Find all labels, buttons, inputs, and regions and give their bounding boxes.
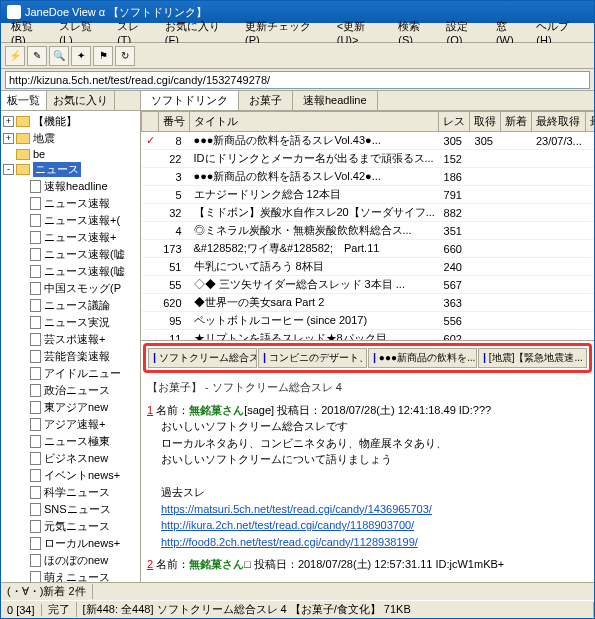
document-icon [30, 571, 41, 582]
address-bar [1, 69, 594, 91]
post-link[interactable]: http://food8.2ch.net/test/read.cgi/candy… [161, 536, 418, 548]
tree-node[interactable]: be [33, 148, 45, 160]
document-icon [30, 214, 41, 227]
column-header[interactable]: 取得 [470, 112, 501, 132]
thread-breadcrumb: 【お菓子】 - ソフトクリーム総合スレ 4 [147, 379, 588, 396]
document-icon [30, 520, 41, 533]
board-tab[interactable]: ソフトドリンク [141, 91, 239, 110]
status-new-count: (・∀・)新着 2件 [1, 584, 93, 599]
post-link[interactable]: https://matsuri.5ch.net/test/read.cgi/ca… [161, 503, 432, 515]
tool-refresh-icon[interactable]: ↻ [115, 46, 135, 66]
column-header[interactable]: 新着 [501, 112, 532, 132]
post-body: おいしいソフトクリーム総合スレですローカルネタあり、コンビニネタあり、物産展ネタ… [147, 418, 588, 550]
folder-icon [16, 149, 30, 160]
tree-toggle[interactable]: - [3, 164, 14, 175]
thread-tab[interactable]: | コンビニのデザート、... [258, 348, 367, 368]
column-header[interactable]: 番号 [159, 112, 190, 132]
tree-leaf[interactable]: ニュース速報(嘘 [44, 247, 125, 262]
tree-leaf[interactable]: ローカルnews+ [44, 536, 120, 551]
thread-viewer[interactable]: 【お菓子】 - ソフトクリーム総合スレ 4 1 名前：無銘菓さん[sage] 投… [141, 375, 594, 582]
tree-leaf[interactable]: ニュース議論 [44, 298, 110, 313]
tree-leaf[interactable]: アジア速報+ [44, 417, 105, 432]
board-tab[interactable]: 速報headline [293, 91, 378, 110]
thread-row[interactable]: 22IDにドリンクとメーカー名が出るまで頑張るス...152 [142, 150, 595, 168]
tree-leaf[interactable]: 萌えニュース [44, 570, 110, 582]
post-link[interactable]: http://ikura.2ch.net/test/read.cgi/candy… [161, 519, 414, 531]
post-number[interactable]: 1 [147, 404, 153, 416]
thread-tab[interactable]: | ●●●新商品の飲料を... [368, 348, 477, 368]
post-header: 2 名前：無銘菓さん□ 投稿日：2018/07/28(土) 12:57:31.1… [147, 556, 588, 573]
menubar: 板覧(B)スレ覧(L)スレ(T)お気に入り(F)更新チェック(P)<更新(U)>… [1, 23, 594, 43]
tree-leaf[interactable]: ニュース速報(嘘 [44, 264, 125, 279]
tree-leaf[interactable]: ほのぼのnew [44, 553, 108, 568]
tree-leaf[interactable]: 中国スモッグ(P [44, 281, 121, 296]
post-author: 無銘菓さん [189, 404, 244, 416]
document-icon [30, 231, 41, 244]
document-icon [30, 350, 41, 363]
folder-icon [16, 116, 30, 127]
document-icon [30, 469, 41, 482]
tree-leaf[interactable]: 政治ニュース [44, 383, 110, 398]
tree-leaf[interactable]: 東アジアnew [44, 400, 108, 415]
tool-lightning-icon[interactable]: ⚡ [5, 46, 25, 66]
tree-leaf[interactable]: 科学ニュース [44, 485, 110, 500]
tool-flag-icon[interactable]: ⚑ [93, 46, 113, 66]
thread-row[interactable]: ✓8●●●新商品の飲料を語るスレVol.43●...30530523/07/3.… [142, 132, 595, 150]
document-icon [30, 384, 41, 397]
column-header[interactable] [142, 112, 159, 132]
tree-leaf[interactable]: ニュース速報+ [44, 230, 116, 245]
document-icon [30, 418, 41, 431]
thread-row[interactable]: 11★リプトンを語るスレッド★8パック目602 [142, 330, 595, 342]
document-icon [30, 435, 41, 448]
board-tab[interactable]: お菓子 [239, 91, 293, 110]
thread-list[interactable]: 番号タイトルレス取得新着最終取得最終書込 ✓8●●●新商品の飲料を語るスレVol… [141, 111, 594, 341]
thread-row[interactable]: 51牛乳について語ろう 8杯目240 [142, 258, 595, 276]
tree-leaf[interactable]: 速報headline [44, 179, 108, 194]
tree-leaf[interactable]: イベントnews+ [44, 468, 120, 483]
statusbar-2: 0 [34] 完了 [新448: 全448] ソフトクリーム総合スレ 4 【お菓… [1, 600, 594, 618]
tree-leaf[interactable]: 芸スポ速報+ [44, 332, 105, 347]
tree-leaf[interactable]: ビジネスnew [44, 451, 108, 466]
thread-tab[interactable]: | [地震]【緊急地震速... [478, 348, 587, 368]
tree-leaf[interactable]: 元気ニュース [44, 519, 110, 534]
tool-sparkle-icon[interactable]: ✦ [71, 46, 91, 66]
tree-node[interactable]: ニュース [33, 162, 81, 177]
tree-leaf[interactable]: ニュース速報+( [44, 213, 120, 228]
thread-row[interactable]: 620◆世界一の美女sara Part 2363 [142, 294, 595, 312]
sidebar-tab-boards[interactable]: 板一覧 [1, 91, 47, 110]
tree-leaf[interactable]: アイドルニュー [44, 366, 121, 381]
thread-row[interactable]: 3●●●新商品の飲料を語るスレVol.42●...186 [142, 168, 595, 186]
tree-toggle[interactable]: + [3, 133, 14, 144]
tree-toggle[interactable]: + [3, 116, 14, 127]
tree-leaf[interactable]: ニュース速報 [44, 196, 110, 211]
tree-node[interactable]: 地震 [33, 131, 55, 146]
thread-row[interactable]: 55◇◆ 三ツ矢サイダー総合スレッド 3本目 ...567 [142, 276, 595, 294]
thread-row[interactable]: 4◎ミネラル炭酸水・無糖炭酸飲飲料総合ス...351 [142, 222, 595, 240]
document-icon [30, 282, 41, 295]
tree-leaf[interactable]: ニュース実況 [44, 315, 110, 330]
thread-row[interactable]: 32【ミドボン】炭酸水自作スレ20【ソーダサイフ...882 [142, 204, 595, 222]
thread-row[interactable]: 95ペットボトルコーヒー (since 2017)556 [142, 312, 595, 330]
thread-row[interactable]: 5エナジードリンク総合 12本目791 [142, 186, 595, 204]
tree-leaf[interactable]: SNSニュース [44, 502, 111, 517]
tool-pencil-icon[interactable]: ✎ [27, 46, 47, 66]
column-header[interactable]: タイトル [190, 112, 439, 132]
thread-row[interactable]: 173&#128582;ワイ専&#128582; Part.11660 [142, 240, 595, 258]
sidebar-tab-favorites[interactable]: お気に入り [47, 91, 115, 110]
thread-tab[interactable]: | ソフトクリーム総合ス... [148, 348, 257, 368]
address-input[interactable] [5, 71, 590, 89]
tree-node[interactable]: 【機能】 [33, 114, 77, 129]
document-icon [30, 486, 41, 499]
column-header[interactable]: レス [439, 112, 470, 132]
tree-leaf[interactable]: 芸能音楽速報 [44, 349, 110, 364]
column-header[interactable]: 最終取得 [532, 112, 586, 132]
document-icon [30, 197, 41, 210]
document-icon [30, 316, 41, 329]
column-header[interactable]: 最終書込 [586, 112, 594, 132]
board-tree: +【機能】+地震be-ニュース速報headlineニュース速報ニュース速報+(ニ… [1, 111, 140, 582]
post-number[interactable]: 2 [147, 558, 153, 570]
post-header: 1 名前：無銘菓さん[sage] 投稿日：2018/07/28(土) 12:41… [147, 402, 588, 419]
thread-tabbar: | ソフトクリーム総合ス...| コンビニのデザート、...| ●●●新商品の飲… [148, 348, 587, 368]
tree-leaf[interactable]: ニュース極東 [44, 434, 110, 449]
tool-search-icon[interactable]: 🔍 [49, 46, 69, 66]
